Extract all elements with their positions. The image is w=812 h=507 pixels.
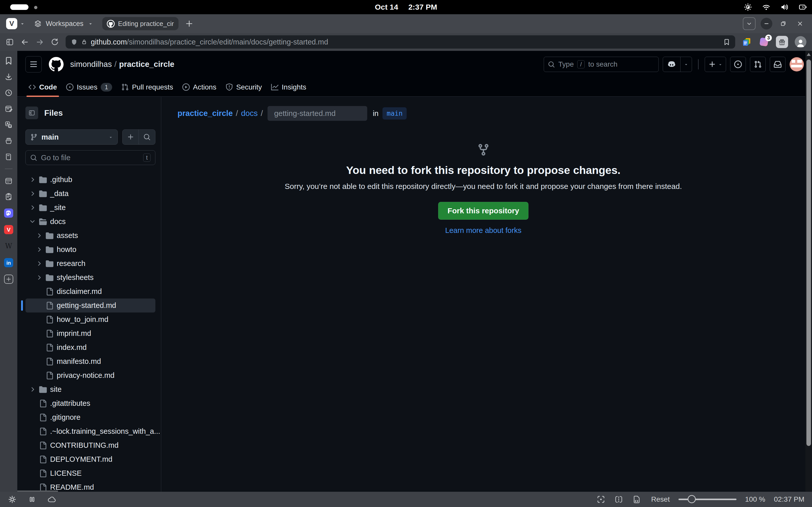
- tree-item-site[interactable]: site: [25, 382, 155, 396]
- new-tab-button[interactable]: [185, 19, 193, 28]
- extension-icon[interactable]: 3: [759, 37, 769, 47]
- browser-tab-active[interactable]: Editing practice_circle/docs: [102, 17, 178, 30]
- go-to-file-input[interactable]: Go to file t: [25, 150, 155, 165]
- zoom-slider[interactable]: [679, 495, 737, 504]
- page-actions-icon[interactable]: [632, 495, 641, 504]
- repo-tab-issues[interactable]: Issues 1: [61, 78, 117, 96]
- repo-name-link[interactable]: practice_circle: [119, 60, 174, 69]
- linkedin-icon[interactable]: in: [4, 258, 13, 267]
- downloads-panel-icon[interactable]: [4, 72, 13, 81]
- tree-item-assets[interactable]: assets: [25, 229, 155, 242]
- tree-item-research[interactable]: research: [25, 257, 155, 271]
- create-new-button[interactable]: [705, 57, 726, 72]
- tree-item--data[interactable]: _data: [25, 187, 155, 201]
- copilot-caret-icon[interactable]: [681, 57, 692, 72]
- tree-item-stylesheets[interactable]: stylesheets: [25, 271, 155, 285]
- collapse-file-tree-button[interactable]: [25, 107, 38, 119]
- sync-cloud-icon[interactable]: [47, 495, 56, 504]
- tree-item-how-to-join-md[interactable]: how_to_join.md: [25, 313, 155, 327]
- tree-item--gitignore[interactable]: .gitignore: [25, 410, 155, 425]
- copilot-button[interactable]: [663, 57, 692, 72]
- capture-icon[interactable]: [596, 495, 605, 504]
- docs-extension-icon[interactable]: [742, 37, 752, 47]
- tree-item-getting-started-md[interactable]: getting-started.md: [25, 298, 155, 313]
- tree-item-docs[interactable]: docs: [25, 215, 155, 229]
- panel-toggle-icon[interactable]: [6, 38, 14, 46]
- tree-item-howto[interactable]: howto: [25, 242, 155, 257]
- global-search-input[interactable]: Type / to search: [544, 57, 659, 72]
- notes-panel-icon[interactable]: [4, 105, 13, 113]
- app-menu-pill[interactable]: [10, 4, 29, 10]
- breadcrumb-dir-link[interactable]: docs: [241, 109, 258, 118]
- tab-overview-button[interactable]: [743, 17, 756, 30]
- repo-tab-pull-requests[interactable]: Pull requests: [117, 78, 178, 96]
- gift-icon[interactable]: [776, 36, 788, 48]
- repo-tab-security[interactable]: Security: [221, 78, 267, 96]
- url-field[interactable]: github.com/simondilhas/practice_circle/e…: [66, 35, 735, 49]
- pull-requests-dashboard-button[interactable]: [750, 57, 766, 72]
- bookmark-page-icon[interactable]: [723, 39, 730, 46]
- fork-repository-button[interactable]: Fork this repository: [438, 202, 529, 220]
- wikipedia-icon[interactable]: W: [4, 241, 13, 251]
- history-panel-icon[interactable]: [4, 89, 13, 97]
- tree-item--lock-training-sessions-with-a-[interactable]: .~lock.training_sessions_with_a...: [25, 425, 155, 438]
- vivaldi-menu-caret-icon[interactable]: [20, 21, 25, 26]
- back-button[interactable]: [20, 38, 29, 46]
- tree-item-deployment-md[interactable]: DEPLOYMENT.md: [25, 452, 155, 466]
- settings-gear-icon[interactable]: [8, 495, 17, 504]
- branch-selector[interactable]: main: [25, 129, 118, 145]
- battery-icon[interactable]: [798, 3, 807, 12]
- reading-list-panel-icon[interactable]: [4, 136, 13, 145]
- pause-icon[interactable]: [28, 495, 37, 504]
- tree-item-imprint-md[interactable]: imprint.md: [25, 327, 155, 340]
- workspaces-button[interactable]: Workspaces: [34, 19, 93, 28]
- tree-item--gitattributes[interactable]: .gitattributes: [25, 396, 155, 410]
- repo-tab-insights[interactable]: Insights: [267, 78, 311, 96]
- tiling-icon[interactable]: [614, 495, 623, 504]
- tasks-panel-icon[interactable]: [4, 192, 13, 201]
- vertical-scrollbar[interactable]: [805, 51, 812, 492]
- inbox-button[interactable]: [770, 57, 786, 72]
- close-button[interactable]: [794, 18, 806, 30]
- minimize-button[interactable]: [761, 18, 772, 30]
- tracker-shield-icon[interactable]: [71, 39, 77, 46]
- mastodon-icon[interactable]: [4, 209, 13, 218]
- tree-item-index-md[interactable]: index.md: [25, 340, 155, 354]
- learn-more-forks-link[interactable]: Learn more about forks: [161, 226, 805, 235]
- brightness-icon[interactable]: [743, 3, 753, 12]
- translate-panel-icon[interactable]: [4, 120, 13, 129]
- tree-item-contributing-md[interactable]: CONTRIBUTING.md: [25, 438, 155, 452]
- calendar-panel-icon[interactable]: [4, 176, 13, 185]
- reload-button[interactable]: [51, 38, 59, 46]
- tree-item-privacy-notice-md[interactable]: privacy-notice.md: [25, 369, 155, 382]
- zoom-reset-button[interactable]: Reset: [651, 495, 670, 503]
- tree-item--github[interactable]: .github: [25, 173, 155, 187]
- add-web-panel-button[interactable]: [4, 275, 13, 284]
- search-files-button[interactable]: [139, 129, 155, 145]
- vivaldi-menu-button[interactable]: V: [6, 18, 17, 29]
- tree-item-disclaimer-md[interactable]: disclaimer.md: [25, 285, 155, 298]
- issues-dashboard-button[interactable]: [730, 57, 746, 72]
- scrollbar-up-arrow[interactable]: [807, 53, 811, 56]
- volume-icon[interactable]: [780, 3, 789, 12]
- restore-button[interactable]: [777, 18, 789, 30]
- forward-button[interactable]: [36, 38, 44, 46]
- tree-item--site[interactable]: _site: [25, 201, 155, 215]
- zoom-slider-knob[interactable]: [688, 495, 696, 503]
- new-file-button[interactable]: [122, 129, 139, 145]
- tree-item-license[interactable]: LICENSE: [25, 466, 155, 480]
- repo-tab-code[interactable]: Code: [24, 78, 61, 96]
- repo-tab-actions[interactable]: Actions: [178, 78, 221, 96]
- scrollbar-thumb[interactable]: [806, 59, 811, 446]
- vivaldi-icon[interactable]: V: [4, 225, 13, 234]
- hamburger-menu-button[interactable]: [25, 56, 42, 72]
- filename-input[interactable]: getting-started.md: [268, 106, 367, 121]
- user-avatar[interactable]: [790, 57, 804, 71]
- wifi-icon[interactable]: [762, 3, 771, 12]
- browser-profile-avatar[interactable]: [795, 36, 806, 48]
- github-logo-icon[interactable]: [49, 57, 64, 72]
- copilot-icon[interactable]: [663, 57, 680, 72]
- breadcrumb-repo-link[interactable]: practice_circle: [177, 109, 233, 118]
- repo-owner-link[interactable]: simondilhas: [70, 60, 112, 69]
- reader-panel-icon[interactable]: [4, 153, 13, 161]
